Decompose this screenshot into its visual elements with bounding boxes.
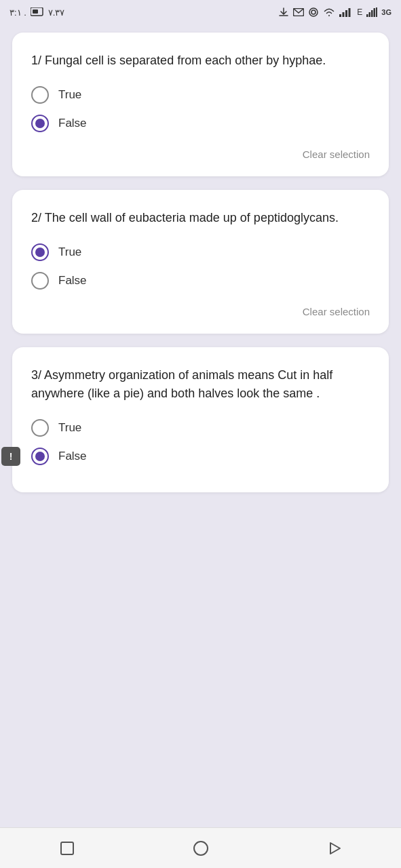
svg-rect-5 bbox=[339, 14, 341, 17]
q1-clear-button[interactable]: Clear selection bbox=[303, 146, 370, 163]
question-3-options: True ! False bbox=[31, 419, 370, 465]
notification-badge: ! bbox=[1, 447, 20, 466]
wifi-icon bbox=[323, 7, 335, 17]
svg-rect-10 bbox=[369, 12, 371, 17]
svg-rect-8 bbox=[349, 8, 351, 17]
question-card-3: 3/ Asymmetry organization of animals mea… bbox=[12, 347, 389, 492]
svg-rect-1 bbox=[33, 9, 38, 14]
q1-false-label: False bbox=[58, 117, 87, 130]
q3-radio-false-inner bbox=[35, 452, 45, 461]
q1-option-true[interactable]: True bbox=[31, 86, 370, 104]
q1-radio-false[interactable] bbox=[31, 115, 49, 132]
circle-icon bbox=[193, 840, 209, 856]
svg-rect-6 bbox=[343, 12, 345, 17]
q2-true-label: True bbox=[58, 245, 81, 259]
question-card-2: 2/ The cell wall of eubacteria made up o… bbox=[12, 190, 389, 334]
signal-text: ٧.٣٧ bbox=[48, 7, 65, 18]
network-type: E bbox=[357, 7, 362, 17]
q2-clear-button[interactable]: Clear selection bbox=[303, 303, 370, 320]
signal-icon bbox=[339, 7, 353, 17]
nav-back-button[interactable] bbox=[324, 837, 345, 859]
camera-icon bbox=[308, 7, 319, 18]
sim-icon bbox=[31, 7, 44, 17]
question-1-options: True False bbox=[31, 86, 370, 132]
download-icon bbox=[278, 7, 289, 18]
q2-option-true[interactable]: True bbox=[31, 243, 370, 261]
q3-option-true[interactable]: True bbox=[31, 419, 370, 437]
q2-radio-true[interactable] bbox=[31, 243, 49, 261]
mail-icon bbox=[293, 8, 304, 16]
status-right: E 3G bbox=[278, 7, 392, 18]
q2-radio-true-inner bbox=[35, 248, 45, 257]
q1-clear-selection-container: Clear selection bbox=[31, 146, 370, 163]
status-bar: ۳:۱ . ٧.٣٧ bbox=[0, 0, 401, 24]
q1-option-false[interactable]: False bbox=[31, 115, 370, 132]
status-left: ۳:۱ . ٧.٣٧ bbox=[9, 7, 64, 18]
status-time: ۳:۱ . bbox=[9, 7, 26, 18]
nav-square-button[interactable] bbox=[56, 837, 78, 859]
q3-option-false[interactable]: ! False bbox=[31, 448, 370, 465]
lte-signal-icon bbox=[366, 7, 377, 17]
svg-rect-13 bbox=[376, 7, 377, 17]
q2-option-false[interactable]: False bbox=[31, 272, 370, 290]
svg-rect-14 bbox=[61, 842, 73, 854]
question-card-1: 1/ Fungal cell is separated from each ot… bbox=[12, 33, 389, 176]
q2-radio-false[interactable] bbox=[31, 272, 49, 290]
q1-radio-false-inner bbox=[35, 119, 45, 128]
svg-rect-11 bbox=[371, 10, 373, 17]
q2-clear-selection-container: Clear selection bbox=[31, 303, 370, 320]
svg-point-3 bbox=[309, 8, 318, 16]
square-icon bbox=[59, 840, 75, 856]
q3-radio-false[interactable] bbox=[31, 448, 49, 465]
svg-point-15 bbox=[194, 842, 208, 855]
q3-radio-true[interactable] bbox=[31, 419, 49, 437]
q1-true-label: True bbox=[58, 88, 81, 102]
network-label: 3G bbox=[381, 8, 392, 16]
q3-true-label: True bbox=[58, 421, 81, 435]
svg-rect-7 bbox=[345, 10, 347, 17]
question-3-text: 3/ Asymmetry organization of animals mea… bbox=[31, 366, 370, 403]
q1-radio-true[interactable] bbox=[31, 86, 49, 104]
question-2-options: True False bbox=[31, 243, 370, 290]
svg-marker-16 bbox=[330, 843, 340, 854]
q2-false-label: False bbox=[58, 274, 87, 288]
bottom-nav bbox=[0, 827, 401, 868]
question-2-text: 2/ The cell wall of eubacteria made up o… bbox=[31, 209, 370, 227]
svg-rect-12 bbox=[374, 8, 376, 17]
svg-point-4 bbox=[311, 10, 316, 14]
svg-rect-9 bbox=[366, 14, 368, 17]
nav-home-button[interactable] bbox=[190, 837, 212, 859]
scroll-area: 1/ Fungal cell is separated from each ot… bbox=[0, 24, 401, 827]
question-1-text: 1/ Fungal cell is separated from each ot… bbox=[31, 52, 370, 70]
q3-false-label: False bbox=[58, 450, 87, 463]
play-icon bbox=[326, 840, 343, 856]
